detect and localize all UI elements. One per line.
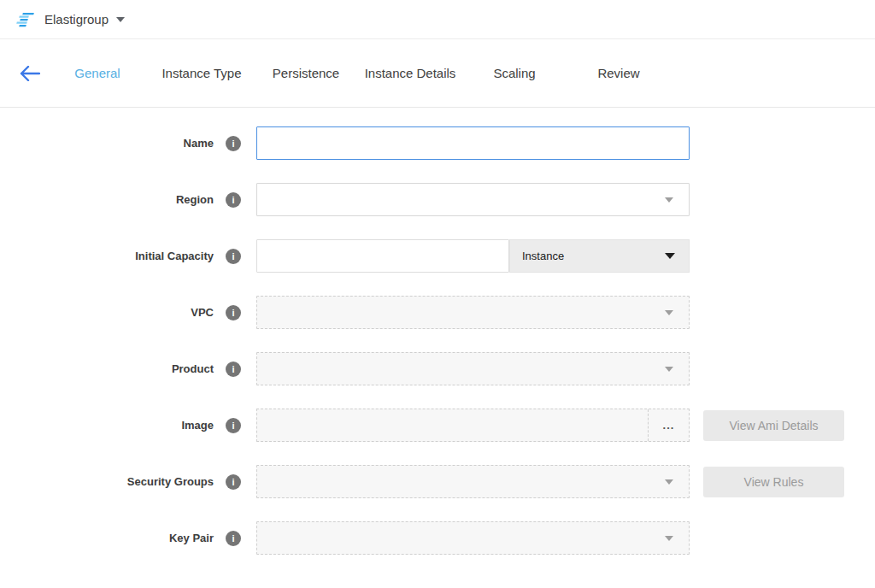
product-label: Product [0, 362, 214, 375]
product-select [256, 352, 690, 385]
form-row-name: Name i [0, 126, 875, 160]
image-input: ... [256, 409, 690, 442]
chevron-down-icon [665, 536, 673, 541]
app-switcher-caret-icon[interactable] [116, 17, 125, 22]
wizard-nav: General Instance Type Persistence Instan… [0, 39, 875, 108]
chevron-down-icon [665, 197, 673, 203]
form-row-image: Image i ... View Ami Details [0, 409, 875, 442]
info-icon[interactable]: i [226, 418, 241, 433]
image-input-value [257, 409, 648, 441]
initial-capacity-label: Initial Capacity [0, 250, 214, 262]
chevron-down-icon [665, 479, 673, 485]
form-row-key-pair: Key Pair i [0, 521, 875, 555]
tab-review[interactable]: Review [567, 66, 671, 80]
info-icon[interactable]: i [226, 474, 241, 490]
region-label: Region [0, 193, 214, 206]
chevron-down-icon [665, 367, 673, 372]
capacity-unit-select[interactable]: Instance [509, 239, 690, 273]
wizard-tabs: General Instance Type Persistence Instan… [45, 66, 671, 80]
name-label: Name [0, 137, 214, 150]
back-button[interactable] [15, 66, 44, 81]
tab-persistence[interactable]: Persistence [254, 66, 358, 80]
form-row-initial-capacity: Initial Capacity i Instance [0, 239, 875, 273]
image-label: Image [0, 419, 214, 432]
form-row-vpc: VPC i [0, 296, 875, 329]
tab-scaling[interactable]: Scaling [462, 66, 567, 80]
view-rules-button[interactable]: View Rules [703, 467, 844, 497]
tab-instance-details[interactable]: Instance Details [358, 66, 462, 80]
vpc-label: VPC [0, 306, 214, 319]
key-pair-select [256, 521, 690, 555]
security-groups-label: Security Groups [0, 475, 214, 488]
top-bar: Elastigroup [0, 0, 875, 39]
app-name: Elastigroup [44, 12, 109, 26]
general-form: Name i Region i Initial Capacity i Insta… [0, 108, 875, 555]
form-row-product: Product i [0, 352, 875, 385]
info-icon[interactable]: i [226, 136, 241, 151]
elastigroup-logo-icon [14, 9, 34, 30]
view-ami-details-button[interactable]: View Ami Details [703, 410, 844, 441]
info-icon[interactable]: i [226, 249, 241, 264]
form-row-security-groups: Security Groups i View Rules [0, 465, 875, 498]
tab-general[interactable]: General [45, 66, 150, 80]
browse-image-button[interactable]: ... [648, 409, 689, 441]
chevron-down-icon [665, 253, 675, 259]
info-icon[interactable]: i [226, 362, 241, 377]
info-icon[interactable]: i [226, 305, 241, 320]
vpc-select [256, 296, 690, 329]
capacity-unit-value: Instance [522, 250, 564, 262]
info-icon[interactable]: i [226, 531, 241, 546]
key-pair-label: Key Pair [0, 532, 214, 544]
form-row-region: Region i [0, 183, 875, 216]
name-input[interactable] [256, 126, 690, 160]
region-select[interactable] [256, 183, 690, 216]
security-groups-select [256, 465, 690, 498]
initial-capacity-input[interactable] [256, 239, 509, 273]
tab-instance-type[interactable]: Instance Type [150, 66, 254, 80]
info-icon[interactable]: i [226, 192, 241, 208]
chevron-down-icon [665, 310, 673, 315]
back-arrow-icon [20, 66, 40, 81]
